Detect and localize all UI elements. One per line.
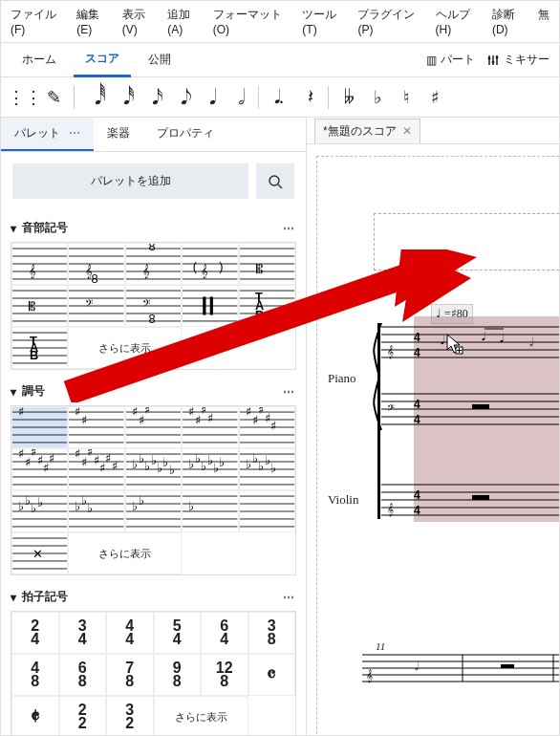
clef-bass-8vb[interactable]: 𝄢8 xyxy=(125,285,182,327)
timesig-7-8[interactable]: 78 xyxy=(106,654,154,696)
note-16-icon[interactable]: 𝅘𝅥𝅯 xyxy=(138,83,166,112)
search-button[interactable] xyxy=(256,163,294,199)
note-8-icon[interactable]: 𝅘𝅥𝅮 xyxy=(166,83,195,112)
timesig-6-4[interactable]: 64 xyxy=(201,612,248,654)
timesig-4-8[interactable]: 48 xyxy=(11,654,59,696)
section-header-keys[interactable]: ▾ 調号 ⋯ xyxy=(11,378,296,405)
panel-tab-properties[interactable]: プロパティ xyxy=(143,118,227,151)
mixer-button[interactable]: ミキサー xyxy=(486,52,549,68)
note-2-icon[interactable]: 𝅗𝅥 xyxy=(224,83,252,112)
clef-treble-8vb[interactable]: 𝄞8 xyxy=(68,243,124,285)
clef-perc[interactable] xyxy=(182,285,238,327)
timesig-2-2[interactable]: 22 xyxy=(59,696,107,736)
clef-tab4[interactable]: TAB xyxy=(11,327,68,369)
clef-alto[interactable]: 𝄡 xyxy=(239,243,295,285)
insert-frame[interactable] xyxy=(374,213,559,271)
flat-icon[interactable]: ♭ xyxy=(363,83,392,112)
key-7flat[interactable]: ♭♭♭♭♭♭♭ xyxy=(125,448,182,490)
menu-edit[interactable]: 編集(E) xyxy=(76,7,112,36)
key-natural[interactable] xyxy=(239,490,295,532)
panel-tab-palette[interactable]: パレット ⋯ xyxy=(1,118,94,151)
timesig-2-4[interactable]: 24 xyxy=(11,612,59,654)
menu-tools[interactable]: ツール(T) xyxy=(302,7,348,36)
sharp-icon[interactable]: ♯ xyxy=(420,83,449,112)
clef-treble-8va[interactable]: 𝄞8 xyxy=(125,243,182,285)
svg-text:♯: ♯ xyxy=(49,451,54,465)
panel-tab-instruments[interactable]: 楽器 xyxy=(94,118,143,151)
key-6flat[interactable]: ♭♭♭♭♭♭ xyxy=(182,448,238,490)
key-5flat[interactable]: ♭♭♭♭♭ xyxy=(239,448,295,490)
key-atonal[interactable]: ✕ xyxy=(11,532,68,574)
parts-button[interactable]: ▥ パート xyxy=(426,52,475,68)
svg-text:𝅘𝅥.: 𝅘𝅥. xyxy=(441,334,444,347)
svg-text:♯: ♯ xyxy=(81,413,87,427)
timesig-4-4[interactable]: 44 xyxy=(106,612,154,654)
repeat-last-icon[interactable]: ⋮⋮ xyxy=(11,83,39,112)
section-menu-icon[interactable]: ⋯ xyxy=(283,385,296,399)
key-5sharp[interactable]: ♯♯♯♯♯ xyxy=(239,406,295,448)
note-64-icon[interactable]: 𝅘𝅥𝅱 xyxy=(80,83,109,112)
section-header-times[interactable]: ▾ 拍子記号 ⋯ xyxy=(11,583,296,611)
note-32-icon[interactable]: 𝅘𝅥𝅰 xyxy=(109,83,138,112)
menu-extra[interactable]: 無 xyxy=(538,7,549,36)
menu-format[interactable]: フォーマット(O) xyxy=(213,7,293,36)
score-tab-active[interactable]: *無題のスコア ✕ xyxy=(314,119,420,143)
key-6sharp[interactable]: ♯♯♯♯♯♯ xyxy=(11,448,68,490)
dots-icon[interactable]: ⋯ xyxy=(69,126,80,140)
note-4-icon[interactable]: 𝅘𝅥 xyxy=(195,83,224,112)
tab-score[interactable]: スコア xyxy=(74,43,131,77)
key-4sharp[interactable]: ♯♯♯♯ xyxy=(182,406,238,448)
natural-icon[interactable]: ♮ xyxy=(392,83,420,112)
timesig-3-2[interactable]: 32 xyxy=(106,696,154,736)
clef-tab6[interactable]: TAB xyxy=(239,285,295,327)
clef-treble[interactable]: 𝄞 xyxy=(11,243,68,285)
timesig-¢[interactable]: 𝄵 xyxy=(11,696,59,736)
clefs-more[interactable]: さらに表示 xyxy=(68,327,182,369)
svg-text:♯: ♯ xyxy=(112,459,118,473)
dotted-note-icon[interactable]: 𝅘𝅥 . xyxy=(265,83,293,112)
times-more[interactable]: さらに表示 xyxy=(154,696,248,736)
timesig-3-4[interactable]: 34 xyxy=(59,612,107,654)
timesig-C[interactable]: 𝄴 xyxy=(248,654,296,696)
menu-diag[interactable]: 診断(D) xyxy=(492,7,528,36)
menu-plugin[interactable]: プラグイン(P) xyxy=(357,7,425,36)
clef-treble-paren[interactable]: (𝄞) xyxy=(182,243,238,285)
timesig-5-4[interactable]: 54 xyxy=(154,612,202,654)
menu-help[interactable]: ヘルプ(H) xyxy=(436,7,483,36)
svg-text:♯: ♯ xyxy=(43,461,49,475)
add-palette-button[interactable]: パレットを追加 xyxy=(12,163,248,199)
double-flat-icon[interactable]: 𝄫 xyxy=(334,83,363,112)
clef-tenor[interactable]: 𝄡 xyxy=(11,285,68,327)
timesig-12-8[interactable]: 128 xyxy=(201,654,248,696)
section-header-clefs[interactable]: ▾ 音部記号 ⋯ xyxy=(11,214,296,242)
keys-more[interactable]: さらに表示 xyxy=(68,532,182,574)
tab-home[interactable]: ホーム xyxy=(11,44,68,76)
key-3flat[interactable]: ♭♭♭ xyxy=(68,490,124,532)
tab-publish[interactable]: 公開 xyxy=(137,44,183,76)
svg-text:𝅘𝅥: 𝅘𝅥 xyxy=(482,331,485,341)
section-menu-icon[interactable]: ⋯ xyxy=(283,591,296,604)
key-1flat[interactable]: ♭ xyxy=(182,490,238,532)
timesig-9-8[interactable]: 98 xyxy=(154,654,202,696)
clef-bass[interactable]: 𝄢 xyxy=(68,285,124,327)
svg-text:♯: ♯ xyxy=(251,413,257,427)
key-1sharp[interactable]: ♯ xyxy=(11,406,68,448)
timesig-6-8[interactable]: 68 xyxy=(59,654,107,696)
menu-file[interactable]: ファイル(F) xyxy=(11,7,67,36)
svg-text:♭: ♭ xyxy=(189,457,195,471)
score-area[interactable]: *無題のスコア ✕ ♩ =♯80 Piano Violin 𝄞 4 4 𝅘𝅥. … xyxy=(307,118,559,736)
key-3sharp[interactable]: ♯♯♯ xyxy=(125,406,182,448)
key-4flat[interactable]: ♭♭♭♭ xyxy=(11,490,68,532)
timesig-3-8[interactable]: 38 xyxy=(248,612,296,654)
key-2sharp[interactable]: ♯♯ xyxy=(68,406,124,448)
svg-text:♭: ♭ xyxy=(189,499,195,513)
close-icon[interactable]: ✕ xyxy=(402,124,412,138)
svg-text:8: 8 xyxy=(148,244,155,253)
menu-add[interactable]: 追加(A) xyxy=(167,7,203,36)
menu-view[interactable]: 表示(V) xyxy=(122,7,158,36)
key-2flat[interactable]: ♭♭ xyxy=(125,490,182,532)
rest-icon[interactable]: 𝄽 xyxy=(293,83,322,112)
pencil-icon[interactable]: ✎ xyxy=(39,83,68,112)
section-menu-icon[interactable]: ⋯ xyxy=(283,222,296,235)
key-7sharp[interactable]: ♯♯♯♯♯♯♯ xyxy=(68,448,124,490)
